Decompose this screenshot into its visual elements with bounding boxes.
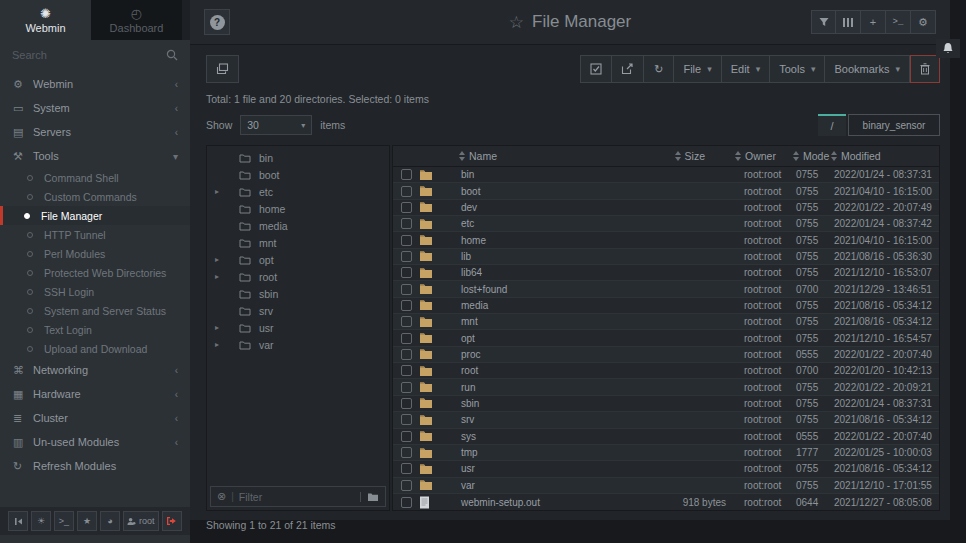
- row-checkbox[interactable]: [401, 480, 412, 491]
- row-checkbox[interactable]: [401, 382, 412, 393]
- table-row[interactable]: usr root:root 0755 2021/08/16 - 05:34:12: [393, 461, 939, 477]
- tree-expand-icon[interactable]: ▸: [215, 187, 225, 196]
- tree-item[interactable]: boot: [207, 166, 389, 183]
- clear-filter-icon[interactable]: ⊗: [217, 490, 226, 503]
- notifications-tab[interactable]: [936, 39, 960, 58]
- sidebar-item[interactable]: File Manager: [0, 206, 190, 225]
- file-name[interactable]: srv: [449, 414, 599, 425]
- tree-item[interactable]: home: [207, 200, 389, 217]
- table-row[interactable]: root root:root 0700 2022/01/20 - 10:42:1…: [393, 363, 939, 379]
- row-checkbox[interactable]: [401, 202, 412, 213]
- tree-expand-icon[interactable]: ▸: [215, 323, 225, 332]
- column-header-name[interactable]: Name: [449, 150, 599, 162]
- bookmarks-menu-button[interactable]: Bookmarks ▾: [825, 55, 910, 83]
- sidebar-item[interactable]: Protected Web Directories: [0, 263, 190, 282]
- filter-button[interactable]: [811, 10, 836, 34]
- help-button[interactable]: ?: [204, 9, 230, 35]
- table-row[interactable]: opt root:root 0755 2021/12/10 - 16:54:57: [393, 330, 939, 346]
- table-row[interactable]: dev root:root 0755 2022/01/22 - 20:07:49: [393, 200, 939, 216]
- table-row[interactable]: var root:root 0755 2021/12/10 - 17:01:55: [393, 478, 939, 494]
- tab-dashboard[interactable]: ◴ Dashboard: [91, 0, 182, 40]
- table-row[interactable]: lib64 root:root 0755 2021/12/10 - 16:53:…: [393, 265, 939, 281]
- row-checkbox[interactable]: [401, 267, 412, 278]
- tree-item[interactable]: mnt: [207, 234, 389, 251]
- sidebar-item[interactable]: Perl Modules: [0, 244, 190, 263]
- file-name[interactable]: dev: [449, 202, 599, 213]
- share-button[interactable]: [612, 55, 644, 83]
- table-row[interactable]: tmp root:root 1777 2022/01/25 - 10:00:03: [393, 445, 939, 461]
- tab-webmin[interactable]: ✺ Webmin: [0, 0, 91, 40]
- favorites-button[interactable]: ★: [77, 511, 97, 531]
- edit-menu-button[interactable]: Edit ▾: [722, 55, 771, 83]
- breadcrumb-root-button[interactable]: /: [818, 114, 846, 136]
- table-row[interactable]: lib root:root 0755 2021/08/16 - 05:36:30: [393, 249, 939, 265]
- search-input[interactable]: [12, 49, 166, 61]
- user-button[interactable]: root: [123, 511, 159, 531]
- table-row[interactable]: run root:root 0755 2022/01/22 - 20:09:21: [393, 379, 939, 395]
- sidebar-item[interactable]: ▤ Servers ‹: [0, 120, 190, 144]
- row-checkbox[interactable]: [401, 497, 412, 508]
- row-checkbox[interactable]: [401, 169, 412, 180]
- favorite-star-icon[interactable]: ☆: [509, 12, 524, 33]
- table-row[interactable]: etc root:root 0755 2022/01/24 - 08:37:42: [393, 216, 939, 232]
- file-name[interactable]: lost+found: [449, 284, 599, 295]
- tree-item[interactable]: ▸ root: [207, 268, 389, 285]
- refresh-button[interactable]: ↻: [644, 55, 674, 83]
- tree-expand-icon[interactable]: ▸: [215, 255, 225, 264]
- path-search-input[interactable]: [848, 114, 940, 136]
- row-checkbox[interactable]: [401, 218, 412, 229]
- add-button[interactable]: +: [861, 10, 886, 34]
- tree-item[interactable]: ▸ var: [207, 336, 389, 353]
- tree-item[interactable]: ▸ opt: [207, 251, 389, 268]
- file-name[interactable]: media: [449, 300, 599, 311]
- table-row[interactable]: lost+found root:root 0700 2021/12/29 - 1…: [393, 281, 939, 297]
- sidebar-item[interactable]: HTTP Tunnel: [0, 225, 190, 244]
- file-name[interactable]: boot: [449, 186, 599, 197]
- file-name[interactable]: lib64: [449, 267, 599, 278]
- sidebar-item[interactable]: Text Login: [0, 320, 190, 339]
- logout-button[interactable]: [162, 511, 182, 531]
- sidebar-item[interactable]: ↻ Refresh Modules: [0, 454, 190, 478]
- column-header-modified[interactable]: Modified: [831, 150, 939, 162]
- theme-brightness-button[interactable]: ☀: [31, 511, 51, 531]
- file-name[interactable]: opt: [449, 333, 599, 344]
- sidebar-item[interactable]: SSH Login: [0, 282, 190, 301]
- sidebar-item[interactable]: ⌘ Networking ‹: [0, 358, 190, 382]
- table-row[interactable]: webmin-setup.out 918 bytes root:root 064…: [393, 494, 939, 510]
- row-checkbox[interactable]: [401, 414, 412, 425]
- table-row[interactable]: home root:root 0755 2021/04/10 - 16:15:0…: [393, 232, 939, 248]
- collapse-sidebar-button[interactable]: [8, 511, 28, 531]
- table-row[interactable]: srv root:root 0755 2021/08/16 - 05:34:12: [393, 412, 939, 428]
- sidebar-item[interactable]: ▦ Hardware ‹: [0, 382, 190, 406]
- row-checkbox[interactable]: [401, 284, 412, 295]
- file-name[interactable]: usr: [449, 463, 599, 474]
- row-checkbox[interactable]: [401, 365, 412, 376]
- settings-button[interactable]: ⚙: [911, 10, 936, 34]
- sidebar-item[interactable]: Command Shell: [0, 168, 190, 187]
- sidebar-item[interactable]: System and Server Status: [0, 301, 190, 320]
- palette-button[interactable]: ◕: [100, 511, 120, 531]
- sidebar-item[interactable]: Custom Commands: [0, 187, 190, 206]
- terminal-button[interactable]: >_: [54, 511, 74, 531]
- row-checkbox[interactable]: [401, 300, 412, 311]
- table-row[interactable]: media root:root 0755 2021/08/16 - 05:34:…: [393, 298, 939, 314]
- column-header-mode[interactable]: Mode: [793, 150, 831, 162]
- row-checkbox[interactable]: [401, 431, 412, 442]
- sidebar-item[interactable]: ▥ Un-used Modules ‹: [0, 430, 190, 454]
- file-name[interactable]: mnt: [449, 316, 599, 327]
- select-all-button[interactable]: [580, 55, 612, 83]
- table-row[interactable]: sys root:root 0555 2022/01/22 - 20:07:40: [393, 429, 939, 445]
- columns-button[interactable]: [836, 10, 861, 34]
- page-size-select[interactable]: 30 ▾: [240, 115, 312, 135]
- tree-filter-input[interactable]: [239, 491, 360, 503]
- row-checkbox[interactable]: [401, 333, 412, 344]
- tree-item[interactable]: media: [207, 217, 389, 234]
- column-header-size[interactable]: Size: [599, 150, 731, 162]
- table-row[interactable]: sbin root:root 0755 2022/01/24 - 08:37:3…: [393, 396, 939, 412]
- row-checkbox[interactable]: [401, 235, 412, 246]
- row-checkbox[interactable]: [401, 316, 412, 327]
- file-menu-button[interactable]: File ▾: [674, 55, 721, 83]
- file-name[interactable]: var: [449, 480, 599, 491]
- tree-item[interactable]: bin: [207, 149, 389, 166]
- tree-expand-icon[interactable]: ▸: [215, 340, 225, 349]
